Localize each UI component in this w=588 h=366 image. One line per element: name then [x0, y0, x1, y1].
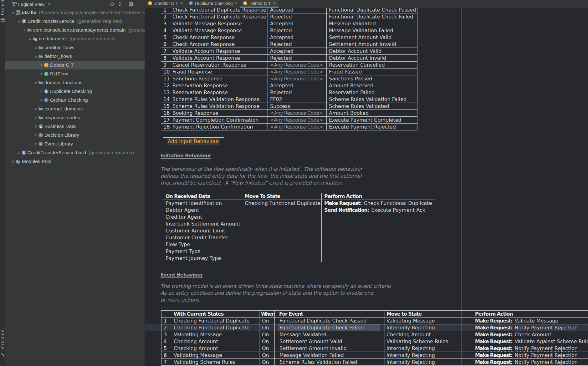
action-label: Make Request:	[475, 338, 513, 344]
chevron-down-icon[interactable]	[34, 55, 37, 58]
input-behaviour-row[interactable]: 12Reservation ResponseAcceptedAmount Res…	[161, 82, 417, 89]
tree-item-credittransfer[interactable]: Mcredittransfer(generation required)	[5, 34, 145, 43]
action-value: Notify Payment Rejection	[515, 359, 578, 365]
tree-item-cts-flo[interactable]: cts-flo(/home/tomb/repos/sample-client/c…	[5, 8, 145, 17]
input-behaviour-row[interactable]: 7Validate Account ResponseAcceptedDebtor…	[161, 48, 417, 55]
input-behaviour-row[interactable]: 6Check Amount ResponseRejectedSettlement…	[161, 41, 417, 48]
gear-icon[interactable]	[129, 2, 134, 7]
add-input-behaviour-button[interactable]: Add Input Behaviour	[163, 137, 224, 145]
chevron-right-icon[interactable]	[39, 64, 43, 67]
stripe-button-project[interactable]: Project	[0, 0, 5, 23]
tree-item-credittransferservice-build[interactable]: SCreditTransferService.build(generation …	[5, 148, 145, 157]
tree-item-label: Modules Pool	[22, 159, 51, 164]
project-stripe-label: Project	[0, 0, 5, 15]
input-behaviour-row[interactable]: 18Payment Rejection Confirmation<Any Res…	[161, 124, 417, 130]
tree-item-creditor-flows[interactable]: creditor_flows	[5, 43, 145, 52]
chevron-right-icon[interactable]	[34, 116, 37, 119]
tree-item-note: (generation required)	[128, 27, 145, 33]
tree-item-modules-pool[interactable]: Modules Pool	[5, 157, 145, 166]
event-behaviour-row[interactable]: 7Validating Scheme RulesOnScheme Rules V…	[161, 359, 588, 366]
event-behaviour-row[interactable]: 1Checking Functional DuplicateOnFunction…	[161, 318, 588, 324]
stripe-button-structure[interactable]: Structure	[0, 329, 5, 358]
svg-text:S: S	[23, 151, 25, 155]
input-behaviour-row[interactable]: 13Reservation ResponseRejectedReservatio…	[161, 89, 417, 96]
logical-view-icon: D L S	[12, 2, 17, 7]
input-behaviour-row[interactable]: 5Check Amount ResponseAcceptedSettlement…	[161, 34, 417, 41]
tree-item-event-library[interactable]: LEvent Library	[5, 140, 145, 148]
input-behaviour-row[interactable]: 11Sanctions Response<Any Response Code>S…	[161, 75, 417, 82]
tree-item-orphan-checking[interactable]: EOrphan Checking	[5, 96, 145, 104]
chevron-right-icon[interactable]	[34, 46, 37, 49]
svg-text:S: S	[13, 5, 15, 7]
column-header: Move To State	[242, 193, 322, 200]
collapse-all-icon[interactable]	[118, 2, 122, 7]
tree-item-credittransferservice[interactable]: SCreditTransferService(generation requir…	[5, 17, 145, 26]
tree-item-response-codes[interactable]: response_codes	[5, 113, 145, 122]
svg-text:D: D	[13, 2, 14, 4]
event-behaviour-row[interactable]: 6Validating MessageOnMessage Validation …	[161, 352, 588, 359]
input-behaviour-row[interactable]: 17Payment Completion Confirmation<Any Re…	[161, 117, 417, 124]
tree-item-com-iconsolutions-instantpayments-domain[interactable]: com.iconsolutions.instantpayments.domain…	[5, 26, 145, 34]
event-behaviour-row[interactable]: 2Checking Functional DuplicateOnFunction…	[161, 324, 588, 331]
input-behaviour-row[interactable]: 9Cancel Reservation Response<Any Respons…	[161, 62, 417, 69]
initiation-behaviour-table[interactable]: On Received Data Move To State Perform A…	[163, 193, 435, 262]
tree-item-decision-library[interactable]: LDecision Library	[5, 131, 145, 140]
input-behaviour-table[interactable]: 1Check Functional Duplicate ResponseAcce…	[161, 6, 417, 130]
tree-item-debtor-flows[interactable]: debtor_flows	[5, 52, 145, 61]
chevron-right-icon[interactable]	[39, 72, 43, 76]
chevron-down-icon[interactable]	[23, 28, 26, 32]
column-header: Move to State	[385, 311, 472, 318]
input-behaviour-row[interactable]: 8Validate Account ResponseRejectedDebtor…	[161, 55, 417, 62]
editor-tab-duplicate-checking[interactable]: EDuplicate Checking✕	[186, 0, 240, 8]
input-behaviour-row[interactable]: 4Validate Message ResponseRejectedMessag…	[161, 27, 417, 34]
tree-item-label: creditor_flows	[44, 45, 74, 50]
response-code: Rejected	[268, 13, 327, 20]
column-header: On Received Data	[163, 193, 242, 200]
chevron-right-icon[interactable]	[39, 99, 43, 102]
chevron-right-icon[interactable]	[34, 142, 37, 146]
current-states: Checking Amount	[171, 345, 259, 352]
tree-item-rt1flow[interactable]: SRt1Flow	[5, 69, 145, 78]
chevron-down-icon[interactable]	[17, 20, 20, 23]
svg-text:L: L	[40, 134, 42, 137]
chevron-right-icon[interactable]	[34, 125, 37, 128]
tree-item-duplicate-checking[interactable]: EDuplicate Checking	[5, 87, 145, 96]
tree-item-debtor-c-t[interactable]: FDebtor C T	[5, 61, 145, 69]
result-event: Debtor Account Invalid	[327, 55, 417, 62]
minimize-icon[interactable]	[139, 2, 143, 7]
response-name: Validate Account Response	[170, 55, 268, 62]
locate-icon[interactable]	[110, 2, 115, 7]
close-icon[interactable]: ✕	[273, 1, 276, 5]
tree-item-business-data[interactable]: LBusiness Data	[5, 122, 145, 131]
response-code: <Any Response Code>	[268, 124, 327, 130]
circle-e-icon: E	[44, 89, 49, 94]
input-behaviour-row[interactable]: 14Scheme Rules Validation ResponseFF02Sc…	[161, 96, 417, 103]
event-behaviour-row[interactable]: 3Validating MessageOnMessage ValidatedCh…	[161, 331, 588, 338]
chevron-right-icon[interactable]	[34, 134, 37, 137]
input-behaviour-row[interactable]: 2Check Functional Duplicate ResponseReje…	[161, 13, 417, 20]
chevron-down-icon[interactable]	[34, 81, 37, 84]
chevron-right-icon[interactable]	[17, 151, 20, 155]
chevron-right-icon[interactable]	[11, 160, 15, 163]
response-name: Sanctions Response	[170, 75, 268, 82]
tool-window-title[interactable]: Logical View	[18, 2, 44, 7]
input-behaviour-row[interactable]: 10Fraud Response<Any Response Code>Fraud…	[161, 69, 417, 75]
chevron-down-icon[interactable]	[11, 11, 15, 14]
editor-tab-creditor-c-t[interactable]: FCreditor C T✕	[145, 0, 186, 8]
input-behaviour-row[interactable]: 16Booking Response<Any Response Code>Amo…	[161, 110, 417, 117]
row-number: 12	[161, 82, 170, 89]
event-behaviour-row[interactable]: 5Checking AmountOnSettlement Amount Inva…	[161, 345, 588, 352]
close-icon[interactable]: ✕	[235, 1, 238, 5]
input-behaviour-row[interactable]: 15Scheme Rules Validation ResponseSucces…	[161, 103, 417, 110]
panel-editor-divider[interactable]	[145, 0, 145, 366]
event-behaviour-table[interactable]: With Current States When For Event Move …	[161, 310, 588, 366]
editor-tab-debtor-c-t[interactable]: FDebtor C T✕	[240, 0, 278, 8]
tree-item-domain-functions[interactable]: domain_functions	[5, 78, 145, 87]
input-behaviour-row[interactable]: 3Validate Message ResponseAcceptedMessag…	[161, 20, 417, 27]
chevron-down-icon[interactable]	[28, 37, 32, 41]
close-icon[interactable]: ✕	[180, 1, 183, 5]
chevron-right-icon[interactable]	[34, 107, 37, 111]
chevron-right-icon[interactable]	[39, 90, 43, 93]
tree-item-external-domains[interactable]: external_domains	[5, 104, 145, 113]
event-behaviour-row[interactable]: 4Checking AmountOnSettlement Amount Vali…	[161, 338, 588, 345]
